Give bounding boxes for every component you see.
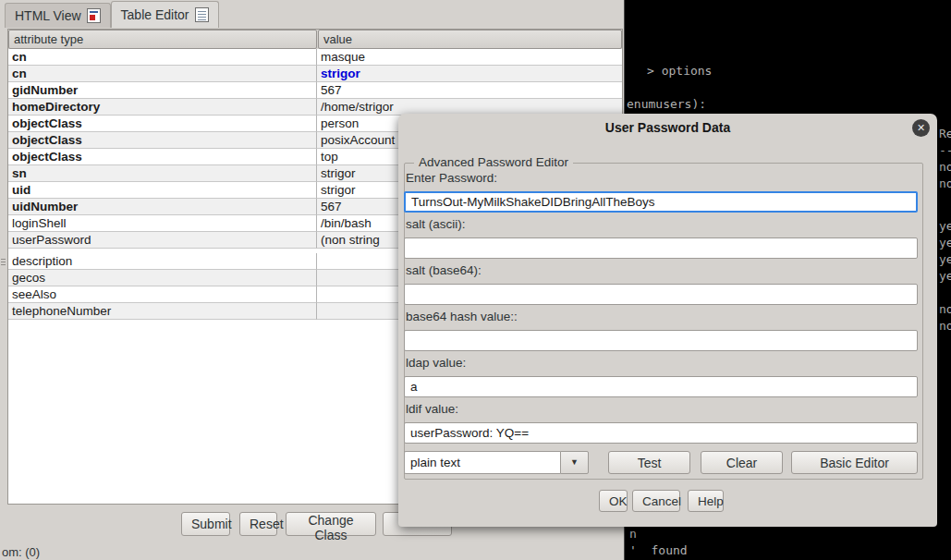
attribute-type-cell[interactable]: loginShell	[8, 215, 317, 232]
table-row[interactable]: cnstrigor	[8, 66, 622, 82]
column-header-attribute-type[interactable]: attribute type	[8, 30, 317, 49]
field-label: ldap value:	[406, 356, 466, 370]
attribute-type-cell[interactable]: gecos	[8, 270, 317, 286]
terminal-text: no	[939, 160, 951, 174]
tab-label: Table Editor	[121, 7, 189, 22]
table-row[interactable]: cnmasque	[8, 49, 622, 66]
tab-html-view[interactable]: HTML View	[5, 3, 111, 28]
attribute-value-cell[interactable]: strigor	[317, 66, 622, 82]
change-class-button[interactable]: Change Class	[286, 512, 376, 536]
attribute-type-cell[interactable]: cn	[8, 66, 317, 82]
terminal-text: ye	[939, 269, 951, 283]
attribute-type-cell[interactable]: userPassword	[8, 232, 317, 249]
table-row[interactable]: gidNumber567	[8, 82, 622, 99]
attribute-value-cell[interactable]: masque	[317, 49, 622, 66]
field-label: salt (base64):	[406, 263, 482, 277]
terminal-text: no	[939, 302, 951, 316]
submit-button[interactable]: Submit	[181, 512, 230, 536]
tab-bar: HTML ViewTable Editor	[0, 0, 624, 28]
tab-label: HTML View	[15, 8, 81, 23]
terminal-text: Re	[939, 127, 951, 140]
field-label: Enter Password:	[406, 171, 497, 185]
dialog-action-row: plain text ▼ TestClearBasic Editor	[404, 451, 918, 474]
ldap-value-input[interactable]	[404, 376, 918, 397]
terminal-text: ye	[939, 236, 951, 250]
html-doc-icon	[87, 8, 101, 23]
salt-base64-input[interactable]	[404, 284, 918, 305]
salt-ascii-input[interactable]	[404, 237, 918, 259]
terminal-text: ye	[939, 219, 951, 233]
field-label: base64 hash value::	[406, 310, 518, 323]
field-label: ldif value:	[406, 402, 458, 416]
screen: HTML ViewTable Editor attribute type val…	[0, 0, 951, 560]
clear-button[interactable]: Clear	[701, 451, 783, 474]
help-button[interactable]: Help	[688, 490, 724, 512]
field-label: salt (ascii):	[406, 217, 466, 231]
attribute-type-cell[interactable]: description	[8, 253, 317, 270]
terminal-text: --	[939, 143, 951, 157]
cancel-button[interactable]: Cancel	[632, 490, 680, 512]
attribute-type-cell[interactable]: gidNumber	[8, 82, 317, 99]
user-password-dialog: User Password Data ✕ Advanced Password E…	[398, 114, 937, 527]
dialog-title: User Password Data	[398, 120, 937, 135]
enter-password-input[interactable]	[404, 191, 918, 213]
terminal-text: no	[939, 177, 951, 190]
attribute-type-cell[interactable]: homeDirectory	[8, 99, 317, 116]
test-button[interactable]: Test	[608, 451, 690, 474]
tab-table-editor[interactable]: Table Editor	[111, 1, 219, 28]
attribute-type-cell[interactable]: uid	[8, 182, 317, 199]
attribute-type-cell[interactable]: telephoneNumber	[8, 303, 317, 320]
table-header-row: attribute type value	[8, 30, 622, 49]
attribute-type-cell[interactable]: objectClass	[8, 149, 317, 165]
terminal-text: enumusers):	[627, 97, 706, 111]
group-label: Advanced Password Editor	[414, 155, 573, 169]
attribute-type-cell[interactable]: cn	[8, 49, 317, 66]
base64-hash-value-input[interactable]	[404, 330, 918, 351]
attribute-type-cell[interactable]: seeAlso	[8, 286, 317, 303]
pane-grip-icon[interactable]	[1, 257, 6, 267]
hash-type-select[interactable]: plain text ▼	[404, 451, 589, 474]
terminal-text: n	[629, 527, 637, 541]
column-header-value[interactable]: value	[318, 30, 622, 49]
ok-button[interactable]: OK	[599, 490, 628, 512]
hash-type-selected-value: plain text	[404, 451, 560, 474]
attribute-type-cell[interactable]: objectClass	[8, 116, 317, 132]
table-doc-icon	[195, 7, 209, 22]
attribute-type-cell[interactable]: uidNumber	[8, 199, 317, 215]
terminal-text: ye	[939, 252, 951, 266]
terminal-text: ' found	[629, 543, 688, 557]
ldif-value-input[interactable]	[404, 422, 918, 444]
status-bar-text: om: (0)	[2, 545, 40, 559]
chevron-down-icon[interactable]: ▼	[560, 451, 589, 474]
attribute-type-cell[interactable]: sn	[8, 165, 317, 182]
attribute-type-cell[interactable]: objectClass	[8, 132, 317, 149]
basic-editor-button[interactable]: Basic Editor	[791, 451, 918, 474]
reset-button[interactable]: Reset	[239, 512, 277, 536]
terminal-text: > options	[647, 64, 712, 78]
attribute-value-cell[interactable]: 567	[317, 82, 622, 99]
terminal-text: no	[939, 319, 951, 333]
close-icon[interactable]: ✕	[912, 119, 930, 137]
